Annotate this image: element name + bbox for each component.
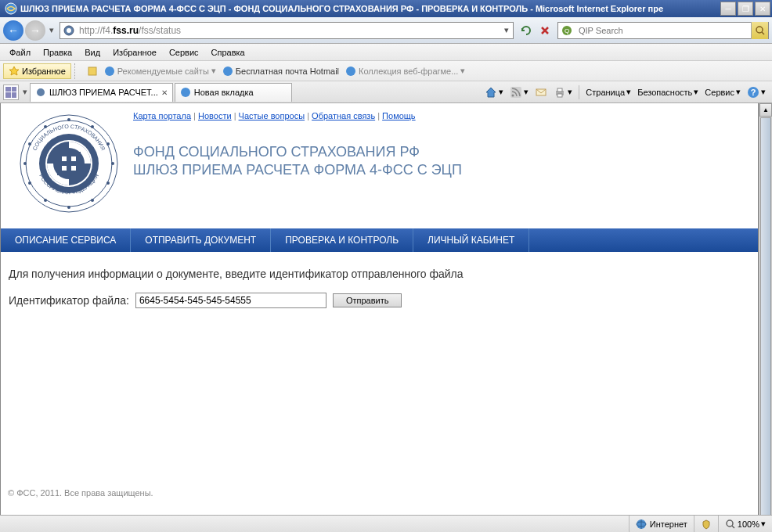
svg-point-37	[44, 199, 47, 202]
svg-point-5	[756, 27, 763, 33]
svg-point-41	[44, 125, 47, 128]
maximize-button[interactable]: ❐	[738, 2, 753, 16]
form-row: Идентификатор файла: Отправить	[1, 293, 758, 308]
tab-2[interactable]: Новая вкладка	[175, 83, 292, 102]
link-help[interactable]: Помощь	[382, 111, 416, 120]
svg-point-33	[111, 162, 114, 165]
menu-edit[interactable]: Правка	[37, 45, 78, 59]
nav-history-dropdown[interactable]: ▾	[47, 20, 56, 41]
nav-send[interactable]: ОТПРАВИТЬ ДОКУМЕНТ	[131, 228, 271, 252]
vertical-scrollbar[interactable]: ▲ ▼	[759, 103, 772, 532]
mail-button[interactable]	[532, 84, 550, 100]
back-button[interactable]: ←	[3, 20, 23, 41]
window-titlebar: ШЛЮЗ ПРИЕМА РАСЧЕТА ФОРМА 4-ФСС С ЭЦП - …	[0, 0, 772, 17]
svg-rect-28	[62, 166, 67, 171]
favorites-bar: Избранное Рекомендуемые сайты ▾ Бесплатн…	[0, 61, 772, 81]
svg-point-38	[28, 182, 31, 185]
svg-rect-29	[71, 166, 76, 171]
svg-text:?: ?	[751, 88, 756, 97]
tab-list-dropdown[interactable]: ▾	[20, 87, 30, 97]
svg-point-35	[91, 199, 94, 202]
svg-point-46	[727, 520, 733, 527]
forward-button[interactable]: →	[25, 20, 45, 41]
nav-check[interactable]: ПРОВЕРКА И КОНТРОЛЬ	[271, 228, 413, 252]
status-bar: Интернет 100% ▾	[0, 515, 772, 532]
tab-favicon	[35, 87, 46, 98]
shield-icon	[701, 519, 712, 530]
instruction-text: Для получения информации о документе, вв…	[1, 268, 758, 293]
zoom-control[interactable]: 100% ▾	[718, 516, 772, 532]
svg-point-34	[106, 182, 110, 185]
svg-point-32	[106, 142, 110, 146]
menu-help[interactable]: Справка	[205, 45, 251, 59]
scroll-up-button[interactable]: ▲	[759, 103, 772, 117]
suggested-sites-addon[interactable]	[84, 64, 101, 78]
favorites-button[interactable]: Избранное	[3, 63, 71, 79]
search-button[interactable]	[751, 22, 768, 39]
menu-file[interactable]: Файл	[3, 45, 37, 59]
svg-rect-6	[88, 67, 96, 75]
svg-point-9	[346, 66, 355, 76]
addon-icon	[87, 66, 98, 77]
org-subtitle: ШЛЮЗ ПРИЕМА РАСЧЕТА ФОРМА 4-ФСС С ЭЦП	[133, 162, 755, 178]
scroll-thumb[interactable]	[760, 117, 771, 518]
nav-description[interactable]: ОПИСАНИЕ СЕРВИСА	[1, 228, 131, 252]
address-dropdown[interactable]: ▾	[500, 25, 513, 35]
service-menu[interactable]: Сервис ▾	[702, 85, 744, 99]
feeds-button[interactable]: ▾	[507, 84, 532, 100]
tab-close-icon[interactable]: ✕	[161, 88, 168, 97]
top-links: Карта портала | Новости | Частые вопросы…	[133, 111, 755, 120]
menu-view[interactable]: Вид	[78, 45, 106, 59]
svg-rect-17	[557, 94, 562, 97]
address-bar[interactable]: http://f4.fss.ru/fss/status ▾	[60, 22, 514, 39]
stop-button[interactable]	[536, 22, 554, 39]
search-box[interactable]: Q	[557, 22, 769, 39]
org-title: ФОНД СОЦИАЛЬНОГО СТРАХОВАНИЯ РФ	[133, 144, 755, 160]
status-zone[interactable]: Интернет	[629, 516, 694, 532]
protected-mode[interactable]	[694, 516, 718, 532]
ie-small-icon	[104, 66, 115, 77]
page-content: СОЦИАЛЬНОГО СТРАХОВАНИЯ РОССИЙСКАЯ ФЕДЕР…	[0, 103, 759, 532]
search-input[interactable]	[575, 26, 751, 35]
submit-button[interactable]: Отправить	[333, 293, 402, 307]
svg-rect-16	[557, 88, 562, 92]
hotmail-link[interactable]: Бесплатная почта Hotmail	[219, 64, 342, 78]
search-provider-icon: Q	[561, 24, 573, 37]
nav-cabinet[interactable]: ЛИЧНЫЙ КАБИНЕТ	[413, 228, 529, 252]
address-text[interactable]: http://f4.fss.ru/fss/status	[78, 23, 500, 38]
fss-logo-icon: СОЦИАЛЬНОГО СТРАХОВАНИЯ РОССИЙСКАЯ ФЕДЕР…	[18, 113, 120, 214]
quick-tabs-button[interactable]	[3, 84, 19, 100]
link-sitemap[interactable]: Карта портала	[133, 111, 191, 120]
refresh-button[interactable]	[518, 22, 535, 39]
minimize-button[interactable]: ─	[720, 2, 736, 16]
svg-point-13	[512, 94, 514, 96]
safety-menu[interactable]: Безопасность ▾	[634, 85, 702, 99]
menu-bar: Файл Правка Вид Избранное Сервис Справка	[0, 44, 772, 61]
zoom-icon	[725, 519, 736, 530]
window-title: ШЛЮЗ ПРИЕМА РАСЧЕТА ФОРМА 4-ФСС С ЭЦП - …	[20, 4, 720, 13]
page-icon	[63, 24, 75, 37]
recommended-sites-link[interactable]: Рекомендуемые сайты ▾	[101, 64, 219, 78]
page-menu[interactable]: Страница ▾	[583, 85, 634, 99]
menu-tools[interactable]: Сервис	[163, 45, 205, 59]
close-button[interactable]: ✕	[755, 2, 770, 16]
print-button[interactable]: ▾	[550, 84, 575, 100]
svg-point-7	[105, 66, 114, 76]
tab-1[interactable]: ШЛЮЗ ПРИЕМА РАСЧЕТ... ✕	[30, 83, 173, 102]
ie-small-icon	[345, 66, 356, 77]
svg-point-2	[67, 28, 71, 33]
svg-point-11	[181, 88, 190, 97]
help-button[interactable]: ? ▾	[744, 84, 769, 100]
globe-icon	[636, 519, 647, 530]
svg-text:Q: Q	[565, 27, 569, 34]
link-feedback[interactable]: Обратная связь	[312, 111, 375, 120]
menu-favorites[interactable]: Избранное	[106, 45, 163, 59]
svg-rect-26	[62, 156, 67, 161]
file-id-input[interactable]	[135, 293, 326, 308]
home-button[interactable]: ▾	[482, 84, 507, 100]
link-news[interactable]: Новости	[198, 111, 232, 120]
web-fragments-link[interactable]: Коллекция веб-фрагме... ▾	[342, 64, 468, 78]
footer-copyright: © ФСС, 2011. Все права защищены.	[8, 488, 153, 498]
tab-1-label: ШЛЮЗ ПРИЕМА РАСЧЕТ...	[49, 88, 158, 97]
link-faq[interactable]: Частые вопросы	[239, 111, 305, 120]
